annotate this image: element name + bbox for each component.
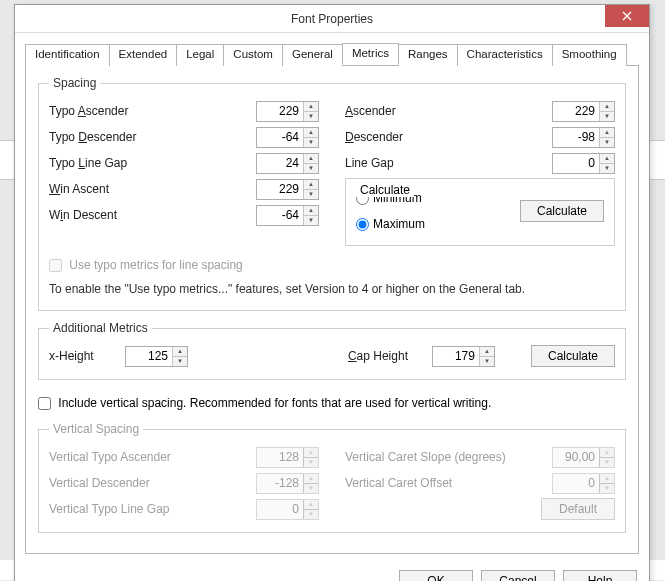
close-icon: [622, 11, 632, 21]
spin-up-icon: ▲: [304, 500, 318, 509]
ascender-spinner[interactable]: ▲▼: [552, 101, 615, 122]
maximum-radio-label[interactable]: Maximum: [356, 217, 425, 231]
spin-down-icon[interactable]: ▼: [480, 356, 494, 366]
spin-down-icon[interactable]: ▼: [304, 137, 318, 147]
v-typo-ascender-spinner: ▲▼: [256, 447, 319, 468]
spin-up-icon[interactable]: ▲: [600, 128, 614, 137]
line-gap-input[interactable]: [553, 154, 599, 173]
tab-smoothing[interactable]: Smoothing: [552, 44, 627, 66]
spin-up-icon[interactable]: ▲: [600, 154, 614, 163]
maximum-radio[interactable]: [356, 218, 369, 231]
line-gap-spinner[interactable]: ▲▼: [552, 153, 615, 174]
spin-down-icon: ▼: [600, 457, 614, 467]
default-button: Default: [541, 498, 615, 520]
spin-up-icon: ▲: [304, 448, 318, 457]
spin-down-icon[interactable]: ▼: [304, 189, 318, 199]
win-ascent-input[interactable]: [257, 180, 303, 199]
v-descender-spinner: ▲▼: [256, 473, 319, 494]
spin-down-icon[interactable]: ▼: [304, 163, 318, 173]
spin-up-icon[interactable]: ▲: [600, 102, 614, 111]
tab-characteristics[interactable]: Characteristics: [457, 44, 553, 66]
typo-descender-spinner[interactable]: ▲▼: [256, 127, 319, 148]
v-typo-ascender-input: [257, 448, 303, 467]
typo-descender-input[interactable]: [257, 128, 303, 147]
win-descent-spinner[interactable]: ▲▼: [256, 205, 319, 226]
spin-up-icon[interactable]: ▲: [304, 206, 318, 215]
ascender-input[interactable]: [553, 102, 599, 121]
spin-up-icon[interactable]: ▲: [304, 154, 318, 163]
spin-down-icon[interactable]: ▼: [600, 111, 614, 121]
spin-up-icon[interactable]: ▲: [480, 347, 494, 356]
cap-height-input[interactable]: [433, 347, 479, 366]
tab-legal[interactable]: Legal: [176, 44, 224, 66]
spin-down-icon: ▼: [304, 483, 318, 493]
win-descent-label: Win Descent: [49, 208, 169, 222]
cancel-button[interactable]: Cancel: [481, 570, 555, 581]
spin-down-icon[interactable]: ▼: [173, 356, 187, 366]
spin-down-icon[interactable]: ▼: [304, 111, 318, 121]
spin-down-icon[interactable]: ▼: [600, 137, 614, 147]
spin-up-icon[interactable]: ▲: [304, 128, 318, 137]
win-descent-input[interactable]: [257, 206, 303, 225]
close-button[interactable]: [605, 5, 649, 27]
vertical-spacing-group: Vertical Spacing Vertical Typo Ascender …: [38, 422, 626, 533]
v-descender-input: [257, 474, 303, 493]
v-typo-ascender-label: Vertical Typo Ascender: [49, 450, 199, 464]
tab-ranges[interactable]: Ranges: [398, 44, 458, 66]
tab-extended[interactable]: Extended: [109, 44, 178, 66]
v-typo-line-gap-spinner: ▲▼: [256, 499, 319, 520]
tab-custom[interactable]: Custom: [223, 44, 283, 66]
spin-up-icon[interactable]: ▲: [173, 347, 187, 356]
typo-ascender-input[interactable]: [257, 102, 303, 121]
v-caret-slope-label: Vertical Caret Slope (degrees): [345, 450, 525, 464]
typo-hint: To enable the "Use typo metrics..." feat…: [49, 282, 615, 296]
v-caret-slope-input: [553, 448, 599, 467]
x-height-input[interactable]: [126, 347, 172, 366]
spin-up-icon[interactable]: ▲: [304, 180, 318, 189]
spin-down-icon[interactable]: ▼: [304, 215, 318, 225]
v-caret-offset-spinner: ▲▼: [552, 473, 615, 494]
v-caret-offset-label: Vertical Caret Offset: [345, 476, 525, 490]
additional-metrics-legend: Additional Metrics: [49, 321, 152, 335]
v-caret-offset-input: [553, 474, 599, 493]
typo-line-gap-input[interactable]: [257, 154, 303, 173]
spin-down-icon: ▼: [304, 509, 318, 519]
typo-ascender-spinner[interactable]: ▲▼: [256, 101, 319, 122]
cap-height-spinner[interactable]: ▲▼: [432, 346, 495, 367]
include-vertical-checkbox[interactable]: [38, 397, 51, 410]
v-descender-label: Vertical Descender: [49, 476, 199, 490]
help-button[interactable]: Help: [563, 570, 637, 581]
tab-general[interactable]: General: [282, 44, 343, 66]
include-vertical-checkbox-label[interactable]: Include vertical spacing. Recommended fo…: [38, 396, 491, 410]
font-properties-dialog: Font Properties Identification Extended …: [14, 4, 650, 581]
maximum-label: Maximum: [373, 217, 425, 231]
cap-height-label: Cap Height: [348, 349, 408, 363]
x-height-spinner[interactable]: ▲▼: [125, 346, 188, 367]
win-ascent-spinner[interactable]: ▲▼: [256, 179, 319, 200]
tab-strip: Identification Extended Legal Custom Gen…: [15, 33, 649, 65]
use-typo-checkbox: [49, 259, 62, 272]
spin-up-icon: ▲: [304, 474, 318, 483]
descender-spinner[interactable]: ▲▼: [552, 127, 615, 148]
use-typo-label: Use typo metrics for line spacing: [69, 258, 242, 272]
descender-input[interactable]: [553, 128, 599, 147]
v-typo-line-gap-label: Vertical Typo Line Gap: [49, 502, 199, 516]
v-typo-line-gap-input: [257, 500, 303, 519]
tab-identification[interactable]: Identification: [25, 44, 110, 66]
typo-line-gap-spinner[interactable]: ▲▼: [256, 153, 319, 174]
spin-down-icon[interactable]: ▼: [600, 163, 614, 173]
calculate-additional-button[interactable]: Calculate: [531, 345, 615, 367]
tab-content-metrics: Spacing Typo Ascender ▲▼ Typo Descender: [25, 65, 639, 554]
spin-up-icon[interactable]: ▲: [304, 102, 318, 111]
vertical-spacing-legend: Vertical Spacing: [49, 422, 143, 436]
descender-label: Descender: [345, 130, 441, 144]
spacing-legend: Spacing: [49, 76, 100, 90]
spin-down-icon: ▼: [600, 483, 614, 493]
ok-button[interactable]: OK: [399, 570, 473, 581]
titlebar: Font Properties: [15, 5, 649, 33]
include-vertical-label: Include vertical spacing. Recommended fo…: [58, 396, 491, 410]
x-height-label: x-Height: [49, 349, 119, 363]
calculate-spacing-button[interactable]: Calculate: [520, 200, 604, 222]
tab-metrics[interactable]: Metrics: [342, 43, 399, 65]
v-caret-slope-spinner: ▲▼: [552, 447, 615, 468]
